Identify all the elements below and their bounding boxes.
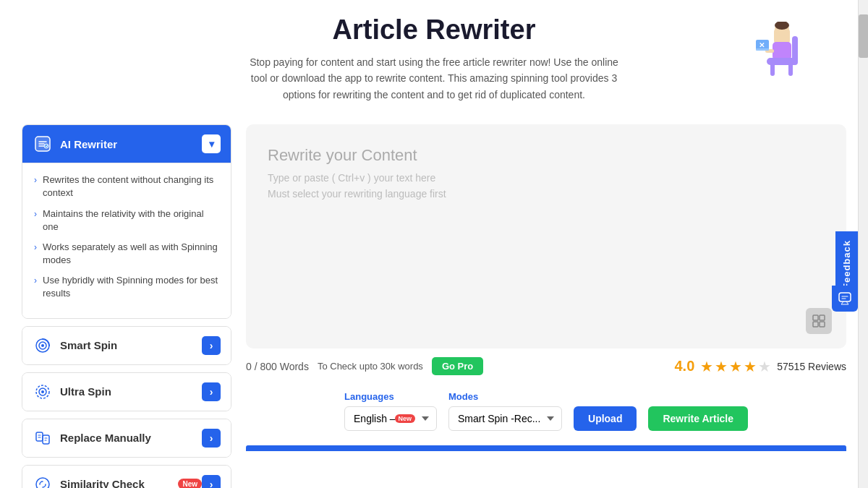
sidebar-item-replace-manually-header[interactable]: Replace Manually › <box>22 419 231 457</box>
word-count: 0 / 800 Words <box>246 361 309 372</box>
editor-placeholder-warning: Must select your rewriting language firs… <box>268 188 825 200</box>
replace-manually-chevron[interactable]: › <box>202 429 221 448</box>
svg-rect-25 <box>813 322 818 327</box>
similarity-check-chevron[interactable]: › <box>202 475 221 488</box>
smart-spin-label: Smart Spin <box>60 339 202 351</box>
sidebar-item-smart-spin-header[interactable]: Smart Spin › <box>22 327 231 364</box>
modes-label: Modes <box>448 391 562 402</box>
go-pro-button[interactable]: Go Pro <box>432 357 483 375</box>
feature-item: › Use hybridly with Spinning modes for b… <box>34 274 219 300</box>
editor-format-icon <box>806 308 832 334</box>
upload-button[interactable]: Upload <box>574 406 637 431</box>
star-5: ★ <box>758 358 771 375</box>
svg-rect-21 <box>43 435 49 444</box>
new-badge: New <box>178 479 202 488</box>
ai-rewriter-icon <box>33 134 53 154</box>
star-2: ★ <box>715 358 728 375</box>
check-limit-text: To Check upto 30k words <box>318 361 423 372</box>
star-4: ★ <box>744 358 757 375</box>
page-header: Article Rewriter Stop paying for content… <box>22 14 846 117</box>
svg-point-19 <box>41 390 44 393</box>
svg-rect-20 <box>36 432 43 441</box>
bullet-icon: › <box>34 174 37 187</box>
mode-control-group: Modes Smart Spin -Rec... Ultra Spin AI R… <box>448 391 562 431</box>
sidebar-item-ai-rewriter[interactable]: AI Rewriter ▾ › Rewrites the content wit… <box>22 124 231 319</box>
main-area: Rewrite your Content Type or paste ( Ctr… <box>246 124 846 488</box>
star-3: ★ <box>729 358 742 375</box>
sidebar-item-similarity-check-header[interactable]: Similarity Check New › <box>22 466 231 488</box>
svg-point-22 <box>36 478 49 488</box>
replace-manually-label: Replace Manually <box>60 432 202 444</box>
smart-spin-chevron[interactable]: › <box>202 336 221 355</box>
ultra-spin-label: Ultra Spin <box>60 385 202 398</box>
svg-rect-24 <box>820 315 825 320</box>
ultra-spin-icon <box>33 382 53 402</box>
svg-rect-7 <box>767 58 797 65</box>
stars: ★ ★ ★ ★ ★ <box>700 358 771 375</box>
sidebar-item-ultra-spin-header[interactable]: Ultra Spin › <box>22 373 231 411</box>
rating-score: 4.0 <box>674 358 694 374</box>
feedback-icon-button[interactable] <box>832 286 858 312</box>
rewrite-article-button[interactable]: Rewrite Article <box>648 406 748 431</box>
svg-rect-26 <box>820 322 825 327</box>
header-description: Stop paying for content and start using … <box>246 54 622 103</box>
svg-rect-3 <box>773 42 791 60</box>
header-illustration: ✕ <box>752 22 810 90</box>
bullet-icon: › <box>34 208 37 221</box>
feature-item: › Maintains the relativity with the orig… <box>34 207 219 234</box>
language-control-group: Languages English – EN Spanish – ES Fren… <box>344 391 437 431</box>
editor-placeholder-hint: Type or paste ( Ctrl+v ) your text here <box>268 172 825 184</box>
bottom-blue-bar <box>246 445 846 451</box>
page-title: Article Rewriter <box>22 14 846 46</box>
bottom-controls: Languages English – EN Spanish – ES Fren… <box>246 384 846 438</box>
editor-placeholder-title: Rewrite your Content <box>268 146 825 165</box>
ai-rewriter-features: › Rewrites the content without changing … <box>22 163 231 318</box>
reviews-count: 57515 Reviews <box>777 361 846 372</box>
smart-spin-icon <box>33 335 53 356</box>
svg-point-13 <box>44 144 48 148</box>
similarity-check-icon <box>33 474 53 488</box>
word-count-bar: 0 / 800 Words To Check upto 30k words Go… <box>246 348 846 384</box>
languages-label: Languages <box>344 391 437 402</box>
ai-rewriter-chevron[interactable]: ▾ <box>202 134 221 153</box>
replace-manually-icon <box>33 428 53 448</box>
svg-rect-23 <box>813 315 818 320</box>
svg-rect-27 <box>839 293 851 301</box>
rating-area: 4.0 ★ ★ ★ ★ ★ 57515 Reviews <box>674 358 846 375</box>
sidebar-item-smart-spin[interactable]: Smart Spin › <box>22 326 231 365</box>
language-select-wrapper: English – EN Spanish – ES French – FR Ge… <box>344 406 437 431</box>
sidebar: AI Rewriter ▾ › Rewrites the content wit… <box>22 124 231 488</box>
bullet-icon: › <box>34 275 37 287</box>
ultra-spin-chevron[interactable]: › <box>202 382 221 401</box>
editor-container[interactable]: Rewrite your Content Type or paste ( Ctr… <box>246 124 846 348</box>
similarity-check-label: Similarity Check <box>60 478 172 488</box>
ai-rewriter-label: AI Rewriter <box>60 138 202 150</box>
sidebar-item-ai-rewriter-header[interactable]: AI Rewriter ▾ <box>22 125 231 163</box>
sidebar-item-similarity-check[interactable]: Similarity Check New › <box>22 465 231 488</box>
language-select[interactable]: English – EN Spanish – ES French – FR Ge… <box>344 406 437 431</box>
sidebar-item-replace-manually[interactable]: Replace Manually › <box>22 419 231 458</box>
star-1: ★ <box>700 358 713 375</box>
feature-item: › Works separately as well as with Spinn… <box>34 241 219 267</box>
bullet-icon: › <box>34 241 37 254</box>
sidebar-item-ultra-spin[interactable]: Ultra Spin › <box>22 372 231 411</box>
svg-point-16 <box>41 344 44 347</box>
mode-select[interactable]: Smart Spin -Rec... Ultra Spin AI Rewrite… <box>448 406 562 431</box>
svg-text:✕: ✕ <box>759 41 765 49</box>
feature-item: › Rewrites the content without changing … <box>34 174 219 200</box>
